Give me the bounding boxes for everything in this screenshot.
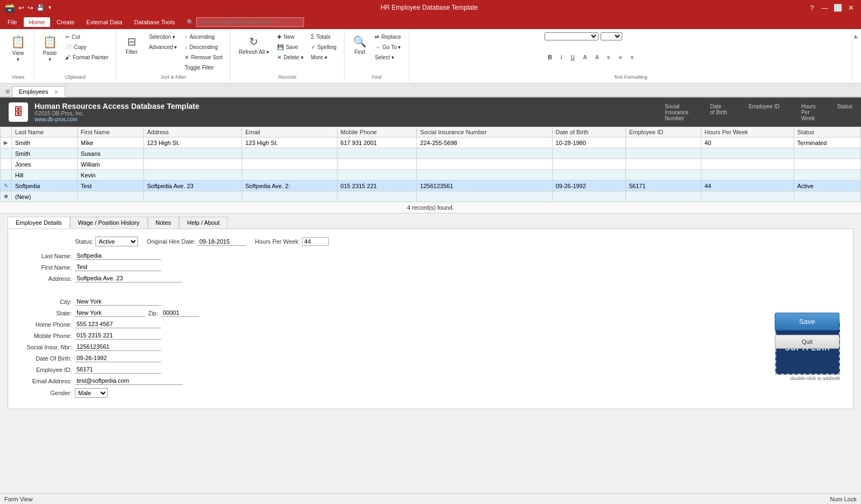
align-right-button[interactable]: ≡	[628, 53, 637, 62]
quick-access-dropdown[interactable]: ▼	[47, 5, 52, 10]
employee-table-container: Last Name First Name Address Email Mobil…	[0, 127, 861, 202]
gender-select[interactable]: Male Female Other	[75, 388, 108, 398]
tab-wage-history[interactable]: Wage / Position History	[70, 217, 148, 229]
th-sin[interactable]: Social Insurance Number	[417, 127, 552, 137]
table-row[interactable]: HillKevin	[1, 170, 861, 181]
bold-button[interactable]: B	[545, 53, 555, 62]
delete-button[interactable]: ✕ Delete ▾	[274, 53, 307, 62]
home-phone-input[interactable]	[75, 320, 161, 328]
spelling-button[interactable]: ✓ Spelling	[308, 43, 340, 52]
state-input[interactable]	[75, 309, 145, 317]
filter-button[interactable]: ⊟ Filter	[121, 32, 142, 58]
th-lastname[interactable]: Last Name	[12, 127, 78, 137]
ribbon-collapse-btn[interactable]: ▲	[852, 30, 859, 82]
menu-database-tools[interactable]: Database Tools	[129, 17, 181, 27]
table-row[interactable]: ✎SoftpediaTestSoftpedia Ave. 23Softpedia…	[1, 181, 861, 191]
menu-create[interactable]: Create	[51, 17, 80, 27]
search-icon: 🔍	[187, 19, 194, 26]
cell-firstname: Susans	[77, 148, 143, 159]
quick-access-redo[interactable]: ↪	[27, 4, 33, 12]
th-empid[interactable]: Employee ID	[626, 127, 701, 137]
table-row[interactable]: ✱(New)	[1, 191, 861, 202]
totals-icon: Σ	[311, 34, 314, 40]
align-center-button[interactable]: ≡	[616, 53, 625, 62]
goto-button[interactable]: → Go To ▾	[371, 43, 404, 52]
view-button[interactable]: 📋 View ▼	[7, 32, 29, 65]
minimize-button[interactable]: —	[819, 2, 831, 13]
font-size-select[interactable]	[601, 32, 622, 40]
copy-button[interactable]: 📄 Copy	[62, 43, 112, 52]
remove-sort-button[interactable]: ✕ Remove Sort	[181, 53, 225, 62]
cell-dob	[552, 148, 625, 159]
address-input[interactable]	[75, 274, 183, 282]
tab-employee-details[interactable]: Employee Details	[8, 217, 70, 229]
toggle-filter-button[interactable]: Toggle Filter	[181, 63, 225, 72]
view-label: View	[12, 50, 24, 56]
city-input[interactable]	[75, 298, 161, 306]
save-button[interactable]: Save	[775, 313, 839, 330]
menu-home[interactable]: Home	[24, 17, 50, 27]
th-status[interactable]: Status	[794, 127, 860, 137]
find-button[interactable]: 🔍 Find	[349, 32, 370, 58]
tab-help-about[interactable]: Help / About	[179, 217, 228, 229]
th-dob[interactable]: Date of Birth	[552, 127, 625, 137]
lastname-input[interactable]	[75, 252, 161, 260]
employees-tab[interactable]: Employees ✕	[12, 86, 65, 97]
new-button[interactable]: ✚ New	[274, 32, 307, 42]
th-firstname[interactable]: First Name	[77, 127, 143, 137]
font-color-button[interactable]: A	[580, 53, 590, 62]
align-left-button[interactable]: ≡	[604, 53, 614, 62]
ascending-button[interactable]: ↑ Ascending	[181, 32, 225, 42]
firstname-input[interactable]	[75, 263, 161, 271]
maximize-button[interactable]: ⬜	[832, 2, 844, 13]
help-button[interactable]: ?	[806, 2, 818, 13]
mobile-phone-input[interactable]	[75, 332, 161, 340]
italic-button[interactable]: I	[557, 53, 566, 62]
tab-notes[interactable]: Notes	[148, 217, 180, 229]
email-input[interactable]	[75, 377, 183, 385]
menu-external-data[interactable]: External Data	[81, 17, 128, 27]
quick-access-undo[interactable]: ↩	[18, 4, 24, 12]
empid-input[interactable]	[75, 365, 161, 374]
save-record-button[interactable]: 💾 Save	[274, 43, 307, 52]
status-select[interactable]: Active Terminated On Leave	[95, 237, 138, 246]
underline-button[interactable]: U	[567, 53, 577, 62]
quick-access-save[interactable]: 💾	[37, 4, 44, 11]
refresh-all-button[interactable]: ↻ Refresh All ▾	[235, 32, 273, 58]
format-painter-button[interactable]: 🖌 Format Painter	[62, 53, 112, 62]
dob-row: Date Of Birth:	[16, 354, 761, 362]
close-button[interactable]: ✕	[845, 2, 857, 13]
selection-button[interactable]: Selection ▾	[143, 32, 180, 42]
th-hours[interactable]: Hours Per Week	[701, 127, 794, 137]
advanced-button[interactable]: Advanced ▾	[143, 43, 180, 52]
totals-button[interactable]: Σ Totals	[308, 32, 340, 42]
cut-button[interactable]: ✂ Cut	[62, 32, 112, 42]
highlight-button[interactable]: A	[592, 53, 602, 62]
replace-button[interactable]: ⇄ Replace	[371, 32, 404, 42]
employees-tab-close[interactable]: ✕	[54, 89, 58, 95]
search-input[interactable]	[196, 17, 304, 27]
th-phone[interactable]: Mobile Phone	[337, 127, 417, 137]
hours-input[interactable]	[302, 237, 329, 246]
ribbon: 📋 View ▼ Views 📋 Paste ▼ ✂ Cut 📄 Copy	[0, 29, 861, 84]
table-row[interactable]: JonesWilliam	[1, 159, 861, 170]
cell-status	[794, 191, 860, 202]
table-row[interactable]: SmithSusans	[1, 148, 861, 159]
select-button[interactable]: Select ▾	[371, 53, 404, 62]
views-btns: 📋 View ▼	[7, 32, 29, 72]
zip-input[interactable]	[161, 309, 199, 317]
quit-button[interactable]: Quit	[775, 335, 839, 349]
paste-button[interactable]: 📋 Paste ▼	[39, 32, 61, 65]
font-family-select[interactable]	[545, 32, 598, 40]
more-button[interactable]: More ▾	[308, 53, 340, 62]
hire-date-input[interactable]	[198, 238, 246, 246]
descending-button[interactable]: ↓ Descending	[181, 43, 225, 52]
form-top-row: Status: Active Terminated On Leave Origi…	[75, 237, 761, 246]
menu-file[interactable]: File	[2, 17, 23, 27]
sin-input[interactable]	[75, 343, 161, 351]
table-row[interactable]: ▶SmithMike123 High St.123 High St.617 93…	[1, 137, 861, 148]
dob-input[interactable]	[75, 354, 161, 362]
th-address[interactable]: Address	[143, 127, 242, 137]
cell-lastname: (New)	[12, 191, 78, 202]
th-email[interactable]: Email	[242, 127, 337, 137]
